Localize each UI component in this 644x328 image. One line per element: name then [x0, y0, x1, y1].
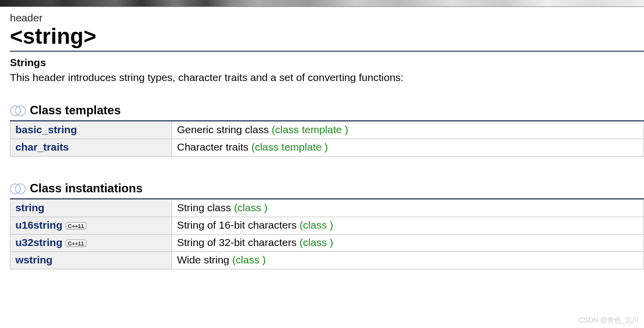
sub-heading: Strings: [10, 57, 644, 69]
type-tag: (class ): [299, 237, 333, 248]
rings-icon: [10, 105, 25, 116]
table-row: char_traits Character traits (class temp…: [10, 139, 644, 157]
row-desc: Wide string: [177, 254, 229, 265]
page-title: <string>: [10, 25, 644, 48]
link-basic-string[interactable]: basic_string: [15, 124, 77, 135]
top-banner: [0, 0, 644, 7]
table-row: wstring Wide string (class ): [10, 252, 644, 269]
row-desc: String of 16-bit characters: [177, 219, 296, 231]
link-char-traits[interactable]: char_traits: [15, 141, 69, 153]
cpp11-badge-icon: C++11: [66, 240, 87, 247]
instantiations-table: string String class (class ) u16stringC+…: [10, 199, 644, 269]
type-tag: (class template ): [272, 124, 348, 135]
cpp11-badge-icon: C++11: [66, 222, 87, 230]
section-title: Class instantiations: [30, 181, 143, 195]
table-row: u16stringC++11 String of 16-bit characte…: [10, 217, 644, 235]
row-desc: String class: [177, 202, 231, 213]
rings-icon: [10, 183, 25, 194]
page-description: This header introduces string types, cha…: [10, 72, 644, 83]
templates-table: basic_string Generic string class (class…: [10, 121, 644, 157]
table-row: string String class (class ): [10, 200, 644, 217]
link-u32string[interactable]: u32string: [15, 237, 63, 248]
link-string[interactable]: string: [15, 202, 44, 213]
title-divider: [10, 51, 644, 52]
section-heading-instantiations: Class instantiations: [10, 181, 644, 195]
type-tag: (class ): [232, 254, 266, 265]
page-content: header <string> Strings This header intr…: [0, 7, 644, 269]
type-tag: (class template ): [251, 141, 328, 153]
header-label: header: [10, 12, 644, 24]
row-desc: String of 32-bit characters: [177, 237, 296, 248]
link-wstring[interactable]: wstring: [15, 254, 53, 265]
table-row: basic_string Generic string class (class…: [10, 122, 644, 139]
section-heading-templates: Class templates: [10, 103, 644, 117]
section-title: Class templates: [30, 103, 121, 117]
row-desc: Character traits: [177, 141, 249, 153]
row-desc: Generic string class: [177, 124, 269, 135]
link-u16string[interactable]: u16string: [15, 219, 63, 231]
type-tag: (class ): [234, 202, 268, 213]
table-row: u32stringC++11 String of 32-bit characte…: [10, 235, 644, 252]
type-tag: (class ): [299, 219, 333, 231]
